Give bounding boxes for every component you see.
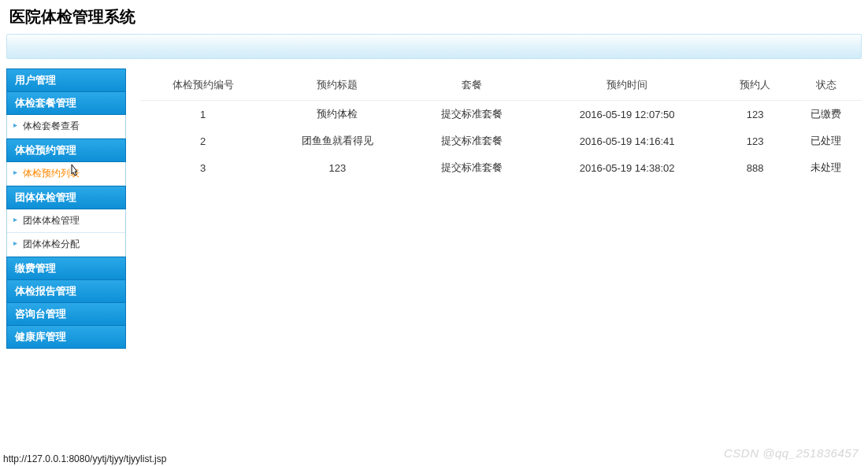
cell-id: 2 <box>140 128 265 154</box>
sidebar-item-package-view[interactable]: 体检套餐查看 <box>7 115 125 139</box>
sidebar-item-appointment-list[interactable]: 体检预约列表 <box>7 162 125 186</box>
sidebar-group-group-exam[interactable]: 团体体检管理 <box>6 186 126 209</box>
appointment-table: 体检预约编号 预约标题 套餐 预约时间 预约人 状态 1 预约体检 提交标准套餐… <box>140 72 862 181</box>
col-status: 状态 <box>791 72 862 101</box>
col-user: 预约人 <box>720 72 791 101</box>
main-content: 用户管理 体检套餐管理 体检套餐查看 体检预约管理 体检预约列表 团体体检管理 … <box>0 59 868 349</box>
sidebar-group-group-exam-items: 团体体检管理 团体体检分配 <box>6 209 126 257</box>
sidebar-group-health-lib[interactable]: 健康库管理 <box>6 326 126 349</box>
sidebar-item-label: 团体体检分配 <box>23 239 80 250</box>
banner-strip <box>6 34 862 59</box>
sidebar-group-label: 体检报告管理 <box>15 285 76 297</box>
sidebar-item-label: 体检预约列表 <box>23 168 80 179</box>
col-time: 预约时间 <box>535 72 720 101</box>
cell-user: 888 <box>720 154 791 181</box>
sidebar-group-report[interactable]: 体检报告管理 <box>6 280 126 303</box>
sidebar-group-consult[interactable]: 咨询台管理 <box>6 303 126 326</box>
status-bar-url: http://127.0.0.1:8080/yytj/tjyy/tjyylist… <box>3 453 166 464</box>
sidebar-nav: 用户管理 体检套餐管理 体检套餐查看 体检预约管理 体检预约列表 团体体检管理 … <box>6 68 126 349</box>
sidebar-group-label: 体检套餐管理 <box>15 97 76 109</box>
sidebar-group-package[interactable]: 体检套餐管理 <box>6 92 126 115</box>
cell-time: 2016-05-19 14:38:02 <box>535 154 720 181</box>
cell-title: 团鱼鱼就看得见 <box>265 128 409 154</box>
sidebar-group-appointment[interactable]: 体检预约管理 <box>6 139 126 162</box>
sidebar-group-payment[interactable]: 缴费管理 <box>6 257 126 280</box>
cell-title: 123 <box>265 154 409 181</box>
sidebar-group-package-items: 体检套餐查看 <box>6 115 126 139</box>
cell-id: 1 <box>140 101 265 128</box>
sidebar-group-label: 用户管理 <box>15 74 56 86</box>
sidebar-item-label: 团体体检管理 <box>23 215 80 226</box>
col-package: 套餐 <box>409 72 534 101</box>
page-header: 医院体检管理系统 <box>0 0 868 31</box>
sidebar-item-group-exam-assign[interactable]: 团体体检分配 <box>7 233 125 257</box>
page-title: 医院体检管理系统 <box>9 6 859 28</box>
table-row[interactable]: 3 123 提交标准套餐 2016-05-19 14:38:02 888 未处理 <box>140 154 862 181</box>
cell-id: 3 <box>140 154 265 181</box>
cell-time: 2016-05-19 14:16:41 <box>535 128 720 154</box>
cell-status: 未处理 <box>791 154 862 181</box>
cell-package: 提交标准套餐 <box>409 154 534 181</box>
sidebar-group-label: 体检预约管理 <box>15 144 76 156</box>
sidebar-group-label: 团体体检管理 <box>15 191 76 203</box>
cell-package: 提交标准套餐 <box>409 101 534 128</box>
col-id: 体检预约编号 <box>140 72 265 101</box>
col-title: 预约标题 <box>265 72 409 101</box>
sidebar-group-user[interactable]: 用户管理 <box>6 68 126 92</box>
cell-package: 提交标准套餐 <box>409 128 534 154</box>
watermark-text: CSDN @qq_251836457 <box>724 446 859 460</box>
content-area: 体检预约编号 预约标题 套餐 预约时间 预约人 状态 1 预约体检 提交标准套餐… <box>140 68 862 349</box>
cell-user: 123 <box>720 128 791 154</box>
sidebar-group-label: 健康库管理 <box>15 331 66 342</box>
sidebar-group-appointment-items: 体检预约列表 <box>6 162 126 186</box>
cell-status: 已处理 <box>791 128 862 154</box>
cell-title: 预约体检 <box>265 101 409 128</box>
cell-status: 已缴费 <box>791 101 862 128</box>
sidebar-item-group-exam-manage[interactable]: 团体体检管理 <box>7 209 125 233</box>
sidebar-group-label: 咨询台管理 <box>15 308 66 320</box>
cell-user: 123 <box>720 101 791 128</box>
table-row[interactable]: 1 预约体检 提交标准套餐 2016-05-19 12:07:50 123 已缴… <box>140 101 862 128</box>
sidebar-group-label: 缴费管理 <box>15 262 56 274</box>
table-header-row: 体检预约编号 预约标题 套餐 预约时间 预约人 状态 <box>140 72 862 101</box>
sidebar-item-label: 体检套餐查看 <box>23 120 80 131</box>
table-row[interactable]: 2 团鱼鱼就看得见 提交标准套餐 2016-05-19 14:16:41 123… <box>140 128 862 154</box>
cell-time: 2016-05-19 12:07:50 <box>535 101 720 128</box>
